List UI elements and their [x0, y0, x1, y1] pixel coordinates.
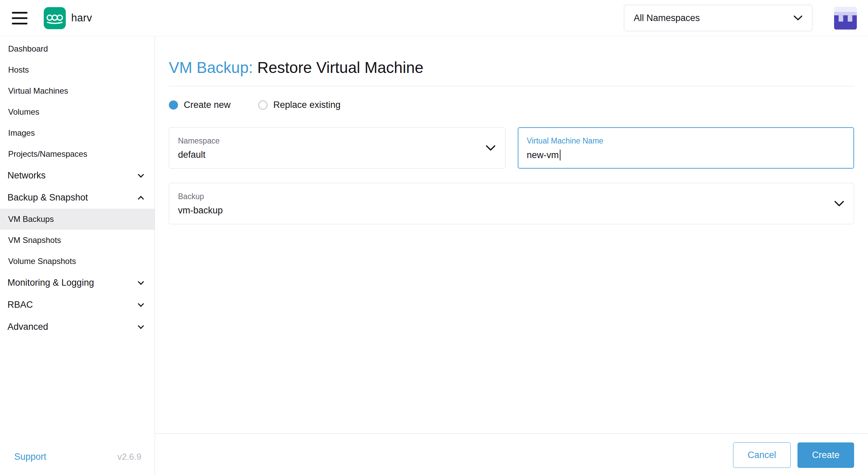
- vm-name-input-value: new-vm: [527, 150, 559, 160]
- sidebar-item-vm-snapshots[interactable]: VM Snapshots: [0, 230, 155, 251]
- namespace-select[interactable]: Namespace default: [169, 127, 506, 169]
- namespace-select-value: default: [178, 150, 496, 160]
- form-row: Namespace default Virtual Machine Name n…: [169, 127, 854, 169]
- sidebar-nav: Dashboard Hosts Virtual Machines Volumes…: [0, 38, 155, 338]
- namespace-filter-value: All Namespaces: [634, 13, 700, 23]
- menu-toggle-button[interactable]: [12, 12, 27, 24]
- radio-replace-existing[interactable]: Replace existing: [258, 100, 340, 110]
- page-title-resource-link[interactable]: VM Backup:: [169, 59, 253, 76]
- support-link[interactable]: Support: [14, 452, 46, 462]
- sidebar-item-images[interactable]: Images: [0, 122, 155, 144]
- sidebar: Dashboard Hosts Virtual Machines Volumes…: [0, 36, 155, 475]
- radio-create-new[interactable]: Create new: [169, 100, 231, 110]
- sidebar-group-rbac[interactable]: RBAC: [0, 294, 155, 316]
- version-label: v2.6.9: [117, 452, 141, 462]
- radio-label: Create new: [184, 100, 231, 110]
- brand-name: harv: [71, 12, 92, 24]
- page-title: VM Backup: Restore Virtual Machine: [169, 58, 854, 77]
- sidebar-footer: Support v2.6.9: [0, 452, 155, 475]
- avatar-identicon-icon: [834, 7, 857, 30]
- backup-select-label: Backup: [178, 192, 845, 201]
- sidebar-group-label: Networks: [7, 170, 46, 181]
- backup-select[interactable]: Backup vm-backup: [169, 183, 854, 224]
- action-footer: Cancel Create: [155, 433, 868, 475]
- restore-mode-radio-group: Create new Replace existing: [169, 100, 854, 110]
- chevron-down-icon: [138, 301, 144, 307]
- sidebar-item-hosts[interactable]: Hosts: [0, 59, 155, 80]
- radio-label: Replace existing: [273, 100, 340, 110]
- header: harv All Namespaces: [0, 0, 868, 36]
- sidebar-group-label: RBAC: [7, 300, 33, 310]
- main-content: VM Backup: Restore Virtual Machine Creat…: [155, 36, 868, 475]
- backup-row: Backup vm-backup: [169, 183, 854, 224]
- namespace-filter-dropdown[interactable]: All Namespaces: [624, 5, 812, 31]
- radio-selected-icon: [169, 100, 178, 110]
- sidebar-item-volume-snapshots[interactable]: Volume Snapshots: [0, 251, 155, 272]
- sidebar-group-advanced[interactable]: Advanced: [0, 316, 155, 338]
- layout: Dashboard Hosts Virtual Machines Volumes…: [0, 36, 868, 475]
- cancel-button[interactable]: Cancel: [733, 442, 791, 468]
- chevron-down-icon: [486, 145, 496, 151]
- sidebar-group-networks[interactable]: Networks: [0, 165, 155, 187]
- harvester-logo-icon: [44, 7, 66, 29]
- sidebar-group-label: Backup & Snapshot: [7, 192, 88, 203]
- sidebar-group-backup-snapshot[interactable]: Backup & Snapshot: [0, 187, 155, 209]
- sidebar-group-monitoring-logging[interactable]: Monitoring & Logging: [0, 272, 155, 294]
- brand-home-link[interactable]: harv: [44, 7, 92, 29]
- vm-name-input-value-wrap: new-vm: [527, 150, 845, 160]
- chevron-down-icon: [793, 15, 803, 21]
- vm-name-input[interactable]: Virtual Machine Name new-vm: [518, 127, 854, 169]
- user-avatar[interactable]: [834, 7, 857, 30]
- chevron-down-icon: [834, 201, 844, 207]
- sidebar-item-volumes[interactable]: Volumes: [0, 101, 155, 122]
- radio-unselected-icon: [258, 100, 268, 110]
- sidebar-group-label: Monitoring & Logging: [7, 278, 94, 288]
- sidebar-item-vm-backups[interactable]: VM Backups: [0, 209, 155, 230]
- text-cursor: [560, 150, 560, 160]
- sidebar-group-label: Advanced: [7, 322, 48, 332]
- title-divider: [169, 86, 854, 86]
- chevron-down-icon: [138, 171, 144, 177]
- chevron-up-icon: [138, 196, 144, 202]
- vm-name-input-label: Virtual Machine Name: [527, 136, 845, 146]
- sidebar-item-dashboard[interactable]: Dashboard: [0, 38, 155, 59]
- app-root: harv All Namespaces Dashboard Hosts: [0, 0, 868, 475]
- sidebar-item-virtual-machines[interactable]: Virtual Machines: [0, 80, 155, 101]
- sidebar-item-projects-namespaces[interactable]: Projects/Namespaces: [0, 144, 155, 165]
- page-title-action: Restore Virtual Machine: [257, 59, 423, 76]
- chevron-down-icon: [138, 279, 144, 285]
- create-button[interactable]: Create: [797, 442, 854, 468]
- namespace-select-label: Namespace: [178, 136, 496, 146]
- hamburger-icon: [12, 12, 27, 14]
- chevron-down-icon: [138, 323, 144, 329]
- backup-select-value: vm-backup: [178, 205, 845, 216]
